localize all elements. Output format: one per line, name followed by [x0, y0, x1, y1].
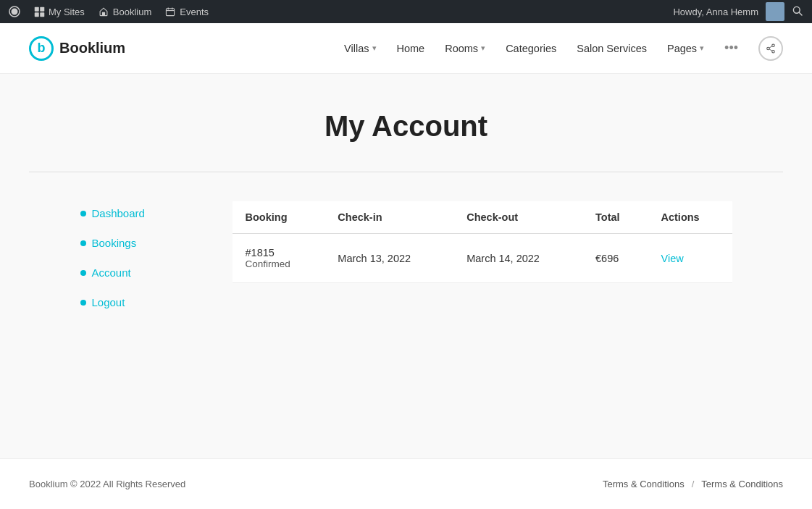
- svg-line-16: [769, 49, 772, 51]
- site-nav: Villas ▾ Home Rooms ▾ Categories Salon S…: [344, 36, 783, 61]
- home-icon: [98, 6, 109, 17]
- share-button[interactable]: [758, 36, 783, 61]
- cell-booking: #1815 Confirmed: [233, 234, 325, 283]
- svg-point-14: [767, 47, 770, 50]
- admin-bar-booklium[interactable]: Booklium: [98, 6, 151, 17]
- my-sites-label: My Sites: [49, 7, 85, 17]
- events-label: Events: [180, 7, 209, 17]
- cell-actions: View: [648, 234, 732, 283]
- svg-rect-3: [34, 12, 38, 17]
- admin-bar-events[interactable]: Events: [164, 6, 209, 17]
- sidebar-item-dashboard: Dashboard: [80, 207, 196, 219]
- admin-bar-wp-icon[interactable]: [9, 6, 20, 17]
- sidebar-link-bookings[interactable]: Bookings: [92, 237, 137, 249]
- avatar: [766, 2, 784, 21]
- admin-bar-left: My Sites Booklium Events: [9, 6, 209, 17]
- search-icon[interactable]: [792, 5, 803, 19]
- col-total: Total: [582, 201, 648, 234]
- col-checkout: Check-out: [453, 201, 582, 234]
- svg-point-12: [772, 44, 775, 47]
- sidebar-nav-list: Dashboard Bookings Account Logout: [80, 207, 196, 308]
- footer-link-terms1[interactable]: Terms & Conditions: [603, 479, 685, 489]
- logo-text: Booklium: [59, 40, 125, 56]
- sidebar-item-bookings: Bookings: [80, 237, 196, 249]
- view-link[interactable]: View: [661, 253, 684, 264]
- account-sidebar: Dashboard Bookings Account Logout: [80, 201, 196, 308]
- admin-bar: My Sites Booklium Events: [0, 0, 812, 23]
- sidebar-link-account[interactable]: Account: [92, 266, 131, 279]
- chevron-down-icon: ▾: [372, 43, 377, 53]
- site-logo[interactable]: b Booklium: [29, 36, 125, 61]
- bookings-table-wrapper: Booking Check-in Check-out Total Actions…: [233, 201, 732, 308]
- content-divider: [29, 172, 783, 172]
- svg-rect-5: [102, 12, 105, 16]
- cell-checkout: March 14, 2022: [453, 234, 582, 283]
- sidebar-item-account: Account: [80, 266, 196, 279]
- wp-icon: [9, 6, 20, 17]
- nav-pages-label: Pages: [667, 43, 697, 54]
- nav-salon-services-label: Salon Services: [577, 43, 647, 54]
- bookings-table: Booking Check-in Check-out Total Actions…: [233, 201, 732, 283]
- admin-bar-my-sites[interactable]: My Sites: [33, 6, 85, 17]
- col-actions: Actions: [648, 201, 732, 234]
- logo-icon: b: [29, 36, 54, 61]
- cell-total: €696: [582, 234, 648, 283]
- sidebar-link-dashboard[interactable]: Dashboard: [92, 207, 145, 219]
- table-header-row: Booking Check-in Check-out Total Actions: [233, 201, 732, 234]
- table-row: #1815 Confirmed March 13, 2022 March 14,…: [233, 234, 732, 283]
- nav-categories[interactable]: Categories: [506, 43, 556, 54]
- page-title: My Account: [29, 110, 783, 143]
- cell-checkin: March 13, 2022: [325, 234, 453, 283]
- nav-more-button[interactable]: •••: [724, 41, 738, 56]
- nav-rooms[interactable]: Rooms ▾: [445, 43, 485, 54]
- svg-rect-4: [40, 12, 44, 17]
- nav-home[interactable]: Home: [397, 43, 425, 54]
- sites-icon: [33, 6, 45, 17]
- footer-link-terms2[interactable]: Terms & Conditions: [701, 479, 783, 489]
- nav-villas[interactable]: Villas ▾: [344, 43, 376, 54]
- chevron-down-icon: ▾: [700, 43, 704, 53]
- nav-salon-services[interactable]: Salon Services: [577, 43, 647, 54]
- main-content: My Account Dashboard Bookings Account: [0, 74, 812, 458]
- admin-bar-right: Howdy, Anna Hemm: [673, 2, 803, 21]
- svg-rect-1: [34, 7, 38, 11]
- svg-rect-2: [40, 7, 44, 11]
- nav-rooms-label: Rooms: [445, 43, 478, 54]
- col-checkin: Check-in: [325, 201, 453, 234]
- nav-pages[interactable]: Pages ▾: [667, 43, 704, 54]
- site-header: b Booklium Villas ▾ Home Rooms ▾ Categor…: [0, 23, 812, 74]
- user-greeting: Howdy, Anna Hemm: [673, 7, 758, 17]
- bookings-tbody: #1815 Confirmed March 13, 2022 March 14,…: [233, 234, 732, 283]
- footer-links: Terms & Conditions / Terms & Conditions: [603, 479, 783, 489]
- col-booking: Booking: [233, 201, 325, 234]
- bullet-icon: [80, 240, 86, 246]
- booklium-label: Booklium: [113, 7, 151, 17]
- bullet-icon: [80, 211, 86, 216]
- sidebar-item-logout: Logout: [80, 296, 196, 308]
- account-layout: Dashboard Bookings Account Logout: [80, 201, 732, 308]
- nav-villas-label: Villas: [344, 43, 369, 54]
- booking-id: #1815: [246, 247, 312, 258]
- bullet-icon: [80, 300, 86, 306]
- chevron-down-icon: ▾: [481, 43, 485, 53]
- svg-rect-6: [167, 9, 175, 16]
- calendar-icon: [164, 6, 176, 17]
- svg-line-15: [769, 46, 772, 48]
- site-footer: Booklium © 2022 All Rights Reserved Term…: [0, 458, 812, 509]
- svg-line-11: [799, 12, 802, 15]
- booking-status: Confirmed: [246, 258, 312, 269]
- bullet-icon: [80, 270, 86, 276]
- svg-point-13: [772, 50, 775, 53]
- sidebar-link-logout[interactable]: Logout: [92, 296, 125, 308]
- footer-separator: /: [692, 479, 695, 489]
- footer-copyright: Booklium © 2022 All Rights Reserved: [29, 479, 185, 489]
- nav-home-label: Home: [397, 43, 425, 54]
- nav-categories-label: Categories: [506, 43, 556, 54]
